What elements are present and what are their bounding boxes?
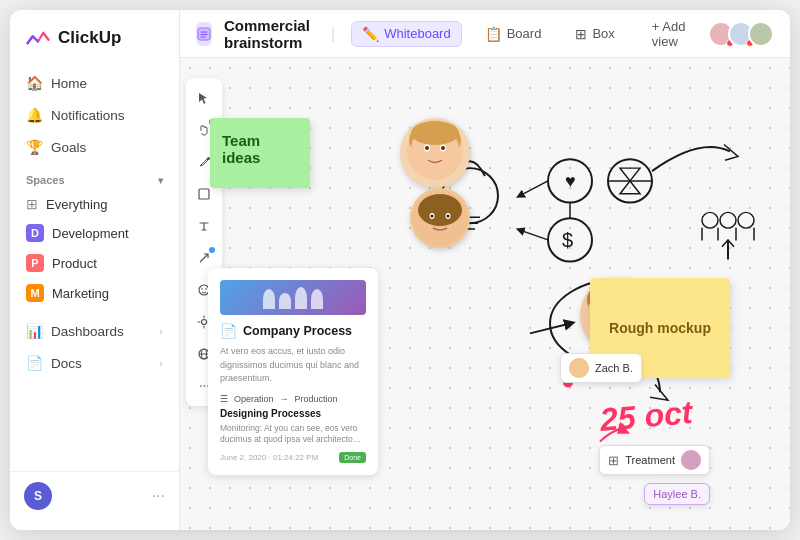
sidebar-item-dashboards[interactable]: 📊 Dashboards › [18,316,171,346]
operation-icon: ☰ [220,394,228,404]
sidebar-footer: S ··· [10,471,179,520]
more-options-icon[interactable]: ··· [152,487,165,505]
app-window: ClickUp 🏠 Home 🔔 Notifications 🏆 Goals S… [10,10,790,530]
person-face-top [400,118,470,188]
svg-point-19 [738,212,754,228]
svg-point-45 [681,450,701,470]
fig-4 [311,289,323,309]
svg-rect-2 [199,189,209,199]
svg-point-17 [702,212,718,228]
clickup-logo-icon [24,24,52,52]
whiteboard-tab-icon: ✏️ [362,26,379,42]
user-avatar: S [24,482,52,510]
svg-point-27 [425,146,429,150]
goals-icon: 🏆 [26,139,43,155]
tab-board[interactable]: 📋 Board [474,21,553,47]
card-footer: June 2, 2020 · 01:24:22 PM Done [220,452,366,463]
dashboard-icon: 📊 [26,323,43,339]
person-face-man [410,188,470,248]
sidebar-item-home[interactable]: 🏠 Home [18,68,171,98]
tab-whiteboard[interactable]: ✏️ Whiteboard [351,21,461,47]
top-bar: Commercial brainstorm | ✏️ Whiteboard 📋 … [180,10,790,58]
haylee-avatar [681,450,701,470]
sidebar-item-goals[interactable]: 🏆 Goals [18,132,171,162]
svg-point-34 [431,215,434,218]
sidebar-bottom: 📊 Dashboards › 📄 Docs › [10,316,179,378]
sidebar: ClickUp 🏠 Home 🔔 Notifications 🏆 Goals S… [10,10,180,530]
sidebar-item-everything[interactable]: ⊞ Everything [18,190,171,218]
tool-active-dot-blue [209,247,215,253]
docs-icon: 📄 [26,355,43,371]
card-header: 📄 Company Process [220,323,366,339]
card-subheading: Designing Processes [220,408,366,419]
card-date: June 2, 2020 · 01:24:22 PM [220,453,318,462]
svg-line-3 [200,254,208,262]
sidebar-nav: 🏠 Home 🔔 Notifications 🏆 Goals [10,68,179,162]
page-title: Commercial brainstorm [224,17,315,51]
avatar-3 [748,21,774,47]
svg-point-44 [569,358,589,378]
bell-icon: 🔔 [26,107,43,123]
text-tool-button[interactable] [190,212,218,240]
svg-point-35 [447,215,450,218]
tab-box[interactable]: ⊞ Box [564,21,625,47]
board-tab-icon: 📋 [485,26,502,42]
card-subtext: Monitoring: At you can see, eos vero duc… [220,423,366,447]
box-tab-icon: ⊞ [575,26,587,42]
svg-point-18 [720,212,736,228]
home-icon: 🏠 [26,75,43,91]
marketing-space-icon: M [26,284,44,302]
product-space-icon: P [26,254,44,272]
svg-point-12 [548,159,592,202]
add-view-button[interactable]: + Add view [642,15,696,53]
chevron-right-icon-docs: › [159,357,163,369]
svg-point-5 [201,288,203,290]
sidebar-item-product[interactable]: P Product [18,248,171,278]
card-figures [263,287,323,309]
main-content: Commercial brainstorm | ✏️ Whiteboard 📋 … [180,10,790,530]
fig-3 [295,287,307,309]
svg-text:$: $ [562,229,573,251]
fig-2 [279,293,291,309]
date-label: 25 oct [599,394,694,439]
svg-point-29 [411,121,459,145]
tag-haylee: Haylee B. [644,483,710,505]
page-icon [196,22,212,46]
logo-text: ClickUp [58,28,121,48]
logo: ClickUp [10,24,179,68]
tag-treatment: ⊞ Treatment [599,445,710,475]
avatar-stack [708,21,774,47]
arrow-icon: → [280,394,289,404]
card-text: At vero eos accus, et iusto odio digniss… [220,345,366,386]
sidebar-item-notifications[interactable]: 🔔 Notifications [18,100,171,130]
treatment-icon: ⊞ [608,453,619,468]
tag-zach: Zach B. [560,353,642,383]
svg-point-31 [418,194,462,226]
svg-point-28 [441,146,445,150]
chevron-down-icon[interactable]: ▾ [158,175,163,186]
dev-space-icon: D [26,224,44,242]
card-row-operation: ☰ Operation → Production [220,394,366,404]
fig-1 [263,289,275,309]
card-image [220,280,366,315]
sidebar-item-docs[interactable]: 📄 Docs › [18,348,171,378]
chevron-right-icon: › [159,325,163,337]
card-badge: Done [339,452,366,463]
sidebar-item-marketing[interactable]: M Marketing [18,278,171,308]
document-icon: 📄 [220,323,237,339]
zach-avatar [569,358,589,378]
sticky-note-team-ideas: Team ideas [210,118,310,188]
svg-point-15 [548,218,592,261]
svg-text:♥: ♥ [565,171,576,191]
svg-point-14 [608,159,652,202]
divider: | [331,25,335,43]
svg-point-7 [202,320,207,325]
top-bar-right [708,21,774,47]
grid-icon: ⊞ [26,196,38,212]
select-tool-button[interactable] [190,84,218,112]
svg-point-6 [205,288,207,290]
company-process-card: 📄 Company Process At vero eos accus, et … [208,268,378,475]
sidebar-item-development[interactable]: D Development [18,218,171,248]
canvas-area[interactable]: ··· ♥ $ [180,58,790,530]
spaces-section-title: Spaces ▾ [10,162,179,190]
